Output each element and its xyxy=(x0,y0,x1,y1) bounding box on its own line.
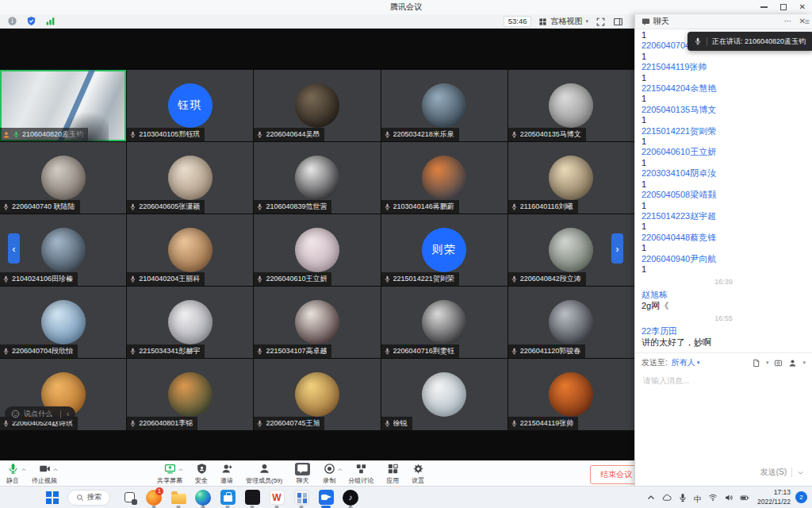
tray-icon[interactable]: 中 xyxy=(694,491,702,505)
tray-icon[interactable] xyxy=(662,493,672,502)
taskbar-app[interactable] xyxy=(316,487,335,508)
notification-center-badge[interactable]: 2 xyxy=(795,491,807,503)
participant-tile[interactable]: 2206040801李锦 xyxy=(127,359,253,430)
send-button[interactable]: 发送(S) xyxy=(760,467,787,478)
taskbar-app[interactable] xyxy=(243,487,262,508)
taskbar-app[interactable]: 1 xyxy=(144,487,163,508)
participant-tile[interactable]: 2205034218米乐泉 xyxy=(381,70,508,141)
toolbar-button[interactable]: 录制 xyxy=(323,463,335,485)
mic-icon xyxy=(384,203,391,210)
participant-avatar: 则荣 xyxy=(422,228,466,272)
participant-tile[interactable]: 钰琪 2103040105邢钰琪 xyxy=(127,70,253,141)
participant-tile[interactable]: 则荣 2215014221贺则荣 xyxy=(381,214,508,286)
taskbar-app[interactable] xyxy=(169,487,188,508)
chat-more-icon[interactable]: ⋯ xyxy=(784,17,792,25)
participant-tile[interactable]: 2215034341彭赫宇 xyxy=(127,287,253,358)
sendto-selector[interactable]: 所有人 ▾ xyxy=(672,357,700,368)
meeting-security-icon[interactable] xyxy=(26,16,36,26)
participant-tile[interactable]: 2206041120郭骏春 xyxy=(508,287,634,358)
toolbar-button[interactable]: 分组讨论 xyxy=(348,463,373,485)
tray-icon[interactable] xyxy=(646,493,656,502)
participant-tile[interactable]: 2106040839范世营 xyxy=(254,142,380,214)
chat-sender-name[interactable]: 2215014221贺则荣 xyxy=(642,126,806,137)
chat-sender-name[interactable]: 2215044119张帅 xyxy=(642,62,806,72)
maximize-icon[interactable] xyxy=(780,4,787,10)
tray-icon[interactable] xyxy=(740,493,749,502)
chevron-up-icon[interactable] xyxy=(52,467,59,473)
participant-tile[interactable]: 2215044119张帅 xyxy=(508,359,634,430)
participant-tile[interactable]: 2106040820孟玉钧 xyxy=(0,70,126,141)
toolbar-button[interactable]: 聊天 xyxy=(295,463,310,485)
participant-tile[interactable]: 2104040204王丽科 xyxy=(127,214,253,286)
tray-icon[interactable] xyxy=(708,493,718,502)
grid-prev-page-button[interactable]: ‹ xyxy=(8,233,20,264)
participant-tile[interactable]: 2206040716荆雯钰 xyxy=(381,287,508,358)
toolbar-button[interactable]: 安全 xyxy=(195,463,208,485)
chevron-down-icon[interactable]: ▾ xyxy=(802,360,806,366)
chat-message: 2215044204余慧艳 1 xyxy=(642,83,806,105)
side-handle-icon[interactable]: ≡ xyxy=(805,17,810,26)
taskbar-app[interactable] xyxy=(218,487,237,508)
start-button[interactable] xyxy=(46,491,59,504)
participant-tile[interactable]: 2206040644吴昂 xyxy=(254,70,380,141)
chevron-down-icon[interactable]: ▾ xyxy=(766,360,769,366)
participant-tile[interactable]: 2116040116刘曦 xyxy=(508,142,634,214)
toolbar-button[interactable]: 管理成员(59) xyxy=(246,463,282,485)
view-mode-selector[interactable]: 宫格视图 ▾ xyxy=(538,16,588,27)
quick-message-bubble[interactable]: 说点什么 ‹ xyxy=(5,406,75,421)
participant-tile[interactable]: 2205040135马博文 xyxy=(508,70,634,141)
chat-sender-name[interactable]: 2206040448蔡竞锋 xyxy=(642,233,806,243)
participant-tile[interactable]: 2206040704段欣怡 xyxy=(0,287,126,358)
chat-sender-name[interactable]: 2203034104阴卓汝 xyxy=(642,168,806,179)
chat-sender-name[interactable]: 2215014223赵宇超 xyxy=(642,211,806,221)
tray-icon[interactable] xyxy=(724,493,733,502)
close-icon[interactable]: ✕ xyxy=(799,3,806,11)
taskbar-clock[interactable]: 17:13 2022/11/22 xyxy=(757,488,791,506)
send-options-icon[interactable] xyxy=(797,469,804,476)
toolbar-button[interactable]: 静音 xyxy=(6,463,19,485)
mention-person-icon[interactable] xyxy=(788,359,797,368)
chat-sender-name[interactable]: 2206040940尹向航 xyxy=(642,254,806,264)
screenshot-icon[interactable] xyxy=(774,359,783,368)
meeting-info-icon[interactable] xyxy=(7,16,17,26)
chat-sender-name[interactable]: 赵旭栋 xyxy=(642,290,806,300)
chat-sender-name[interactable]: 2205040135马博文 xyxy=(642,105,806,115)
chat-sender-name[interactable]: 2206040610王立妍 xyxy=(642,147,806,157)
taskbar-app[interactable] xyxy=(120,487,139,508)
participant-tile[interactable]: 2206040610王立妍 xyxy=(254,214,380,286)
toolbar-button[interactable]: 邀请 xyxy=(220,463,233,485)
fullscreen-icon[interactable] xyxy=(596,17,606,27)
participant-tile[interactable]: 2206040745王旭 xyxy=(254,359,380,430)
minimize-icon[interactable] xyxy=(760,6,768,8)
participant-tile[interactable]: 2103040146蒋鹏蔚 xyxy=(381,142,508,214)
chevron-up-icon[interactable] xyxy=(337,467,343,473)
grid-next-page-button[interactable]: › xyxy=(611,233,623,264)
toolbar-button[interactable]: 停止视频 xyxy=(32,463,57,485)
chevron-up-icon[interactable] xyxy=(178,467,184,473)
participant-tile[interactable]: 2206040740 耿陆陆 xyxy=(0,142,126,214)
taskbar-app[interactable] xyxy=(341,487,360,508)
chat-input[interactable] xyxy=(642,375,806,386)
mic-icon xyxy=(129,203,136,210)
taskbar-search[interactable]: 搜索 xyxy=(67,490,110,506)
taskbar-app[interactable] xyxy=(292,487,311,508)
participant-tile[interactable]: 2215034107高卓越 xyxy=(254,287,380,358)
chat-sender-name[interactable]: 2215044204余慧艳 xyxy=(642,83,806,94)
collapse-bubble-icon[interactable]: ‹ xyxy=(60,410,69,418)
toolbar-button[interactable]: 设置 xyxy=(412,463,424,485)
toolbar-button[interactable]: 共享屏幕 xyxy=(157,463,182,485)
toolbar-button[interactable]: 应用 xyxy=(386,463,399,485)
chat-sender-name[interactable]: 2205040508梁靖颢 xyxy=(642,190,806,200)
participant-tile[interactable]: 徐锐 xyxy=(381,359,508,430)
taskbar-app[interactable] xyxy=(193,487,213,508)
network-signal-icon[interactable] xyxy=(45,16,56,26)
chat-sender-name[interactable]: 22李历田 xyxy=(642,326,806,337)
toolbar-button-icon xyxy=(7,463,19,475)
participant-tile[interactable]: 2206040605张潇颖 xyxy=(127,142,253,214)
side-panel-icon[interactable] xyxy=(613,17,623,27)
taskbar-app[interactable] xyxy=(267,487,286,508)
tray-icon[interactable] xyxy=(678,493,688,502)
chat-message-list[interactable]: 1 2206040704段 1 2215044119张帅 1 221504420… xyxy=(635,29,812,352)
chevron-up-icon[interactable] xyxy=(21,467,27,473)
chat-history-icon[interactable] xyxy=(752,359,760,368)
